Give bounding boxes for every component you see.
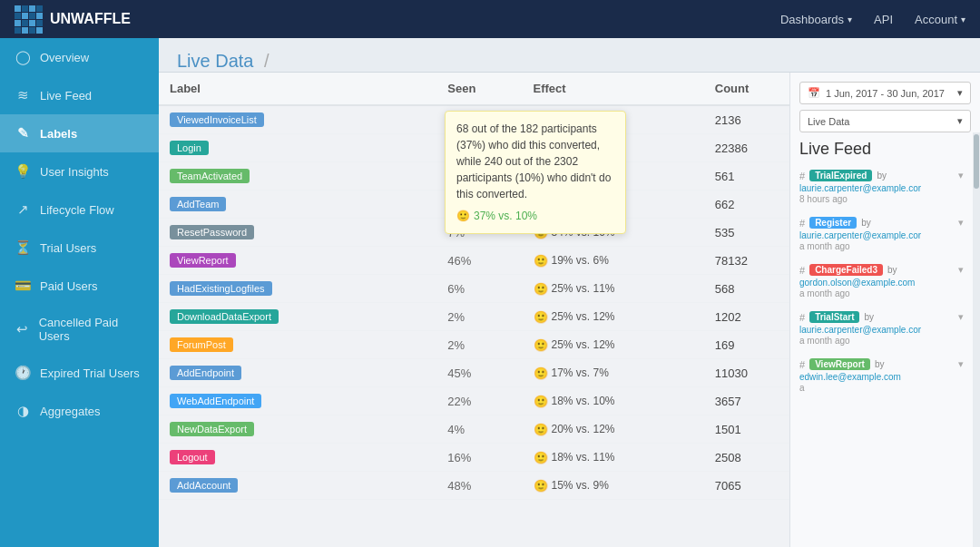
cell-seen: 2% — [436, 303, 522, 331]
feed-item-header: # Register by ▾ — [799, 217, 964, 229]
feed-badge[interactable]: ViewReport — [809, 358, 870, 370]
effect-value: 🙂19% vs. 6% — [534, 254, 693, 268]
feed-by: by — [887, 265, 897, 275]
label-badge[interactable]: AddEndpoint — [170, 366, 241, 380]
cell-count: 561 — [704, 162, 789, 190]
sidebar-item-live-feed[interactable]: ≋ Live Feed — [0, 76, 159, 114]
table-row: ViewReport 46% 🙂19% vs. 6% 78132 — [159, 247, 789, 275]
feed-hash-icon: # — [799, 171, 805, 181]
feed-dropdown-icon[interactable]: ▾ — [958, 264, 964, 276]
sidebar-item-lifecycle-flow[interactable]: ↗ Lifecycle Flow — [0, 190, 159, 229]
feed-dropdown-icon[interactable]: ▾ — [958, 311, 964, 323]
cell-label: AddTeam — [159, 190, 436, 219]
feed-by: by — [864, 312, 874, 322]
sidebar-item-user-insights[interactable]: 💡 User Insights — [0, 152, 159, 190]
cell-effect: 🙂19% vs. 6% — [523, 247, 704, 275]
api-link[interactable]: API — [874, 13, 893, 26]
feed-email[interactable]: laurie.carpenter@example.cor — [799, 325, 954, 335]
cell-effect: 🙂18% vs. 11% — [523, 444, 704, 472]
trial-users-icon: ⏳ — [15, 239, 31, 256]
label-badge[interactable]: ViewReport — [170, 253, 236, 268]
label-badge[interactable]: HadExistingLogfiles — [170, 281, 272, 296]
label-badge[interactable]: Login — [170, 141, 209, 155]
sidebar-label-paid-users: Paid Users — [40, 279, 98, 293]
cell-label: AddEndpoint — [159, 359, 436, 387]
sidebar-item-cancelled-paid-users[interactable]: ↩ Cancelled Paid Users — [0, 305, 159, 354]
account-link[interactable]: Account ▾ — [915, 13, 965, 26]
cell-count: 1501 — [704, 415, 789, 444]
view-dropdown[interactable]: Live Data ▾ — [799, 110, 971, 132]
sidebar-item-aggregates[interactable]: ◑ Aggregates — [0, 392, 159, 430]
content-area: Live Data / Label Seen Effect Count — [159, 38, 980, 547]
scrollbar-thumb — [974, 134, 979, 189]
sidebar-item-labels[interactable]: ✎ Labels — [0, 114, 159, 152]
cell-effect: 🙂15% vs. 9% — [523, 472, 704, 500]
cell-seen: 45% — [436, 359, 522, 387]
cell-seen: 16% — [436, 444, 522, 472]
label-badge[interactable]: ResetPassword — [170, 225, 254, 239]
table-row: Logout 16% 🙂18% vs. 11% 2508 — [159, 444, 789, 472]
calendar-icon: 📅 — [808, 87, 820, 99]
expired-icon: 🕐 — [15, 365, 31, 381]
sidebar: ◯ Overview ≋ Live Feed ✎ Labels 💡 User I… — [0, 38, 159, 547]
feed-item: # TrialExpired by ▾ laurie.carpenter@exa… — [799, 170, 964, 204]
label-badge[interactable]: AddAccount — [170, 478, 238, 493]
feed-item: # TrialStart by ▾ laurie.carpenter@examp… — [799, 311, 964, 346]
label-badge[interactable]: ForumPost — [170, 337, 233, 352]
label-badge[interactable]: AddTeam — [170, 197, 226, 211]
feed-badge[interactable]: TrialStart — [809, 311, 859, 323]
sidebar-label-labels: Labels — [40, 127, 77, 141]
dashboards-link[interactable]: Dashboards ▾ — [780, 13, 852, 26]
right-panel: 📅 1 Jun, 2017 - 30 Jun, 2017 ▾ Live Data… — [789, 73, 980, 547]
tooltip-effect: 37% vs. 10% — [474, 208, 537, 224]
table-row: AddEndpoint 45% 🙂17% vs. 7% 11030 — [159, 359, 789, 387]
scrollbar-track[interactable] — [973, 132, 980, 547]
feed-badge[interactable]: ChargeFailed3 — [809, 264, 883, 276]
date-picker-button[interactable]: 📅 1 Jun, 2017 - 30 Jun, 2017 ▾ — [799, 82, 971, 104]
sidebar-item-expired-trial-users[interactable]: 🕐 Expired Trial Users — [0, 354, 159, 392]
table-row: HadExistingLogfiles 6% 🙂25% vs. 11% 568 — [159, 275, 789, 303]
table-row: DownloadDataExport 2% 🙂25% vs. 12% 1202 — [159, 303, 789, 331]
user-insights-icon: 💡 — [15, 163, 31, 180]
lifecycle-flow-icon: ↗ — [15, 201, 31, 218]
feed-dropdown-icon[interactable]: ▾ — [958, 217, 964, 229]
feed-time: 8 hours ago — [799, 194, 848, 204]
feed-dropdown-icon[interactable]: ▾ — [958, 358, 964, 370]
label-badge[interactable]: Logout — [170, 450, 215, 464]
tooltip-arrow: 🙂 37% vs. 10% — [456, 208, 614, 224]
cell-seen: 6% — [436, 275, 522, 303]
cell-count: 1202 — [704, 303, 789, 331]
feed-email[interactable]: gordon.olson@example.com — [799, 278, 954, 288]
feed-item-header: # ViewReport by ▾ — [799, 358, 964, 370]
feed-email[interactable]: laurie.carpenter@example.cor — [799, 230, 954, 240]
table-header: Label Seen Effect Count — [159, 73, 789, 105]
table-scroll[interactable]: Label Seen Effect Count ViewedInvoiceLis… — [159, 73, 789, 547]
feed-email[interactable]: edwin.lee@example.com — [799, 372, 954, 382]
feed-time: a month ago — [799, 336, 850, 346]
effect-value: 🙂18% vs. 11% — [534, 451, 693, 464]
feed-badge[interactable]: TrialExpired — [809, 170, 872, 181]
label-badge[interactable]: NewDataExport — [170, 422, 254, 436]
label-badge[interactable]: TeamActivated — [170, 169, 250, 183]
cell-count: 7065 — [704, 472, 789, 500]
sidebar-label-lifecycle-flow: Lifecycle Flow — [40, 203, 114, 217]
feed-item: # Register by ▾ laurie.carpenter@example… — [799, 217, 964, 251]
nav-links: Dashboards ▾ API Account ▾ — [780, 13, 965, 26]
cell-effect: 🙂25% vs. 11% — [523, 275, 704, 303]
feed-badge[interactable]: Register — [809, 217, 857, 229]
feed-email[interactable]: laurie.carpenter@example.cor — [799, 183, 954, 193]
feed-dropdown-icon[interactable]: ▾ — [958, 170, 964, 181]
live-feed-title: Live Feed — [799, 140, 964, 159]
feed-item: # ChargeFailed3 by ▾ gordon.olson@exampl… — [799, 264, 964, 298]
sidebar-item-overview[interactable]: ◯ Overview — [0, 38, 159, 76]
account-arrow-icon: ▾ — [961, 15, 965, 24]
sidebar-item-trial-users[interactable]: ⏳ Trial Users — [0, 229, 159, 267]
label-badge[interactable]: WebAddEndpoint — [170, 394, 261, 408]
sidebar-item-paid-users[interactable]: 💳 Paid Users — [0, 267, 159, 305]
label-badge[interactable]: ViewedInvoiceList — [170, 112, 264, 127]
tooltip-text: 68 out of the 182 participants (37%) who… — [456, 122, 611, 200]
col-count: Count — [704, 73, 789, 105]
label-badge[interactable]: DownloadDataExport — [170, 309, 279, 324]
sidebar-label-expired: Expired Trial Users — [40, 366, 140, 380]
table-row: AddAccount 48% 🙂15% vs. 9% 7065 — [159, 472, 789, 500]
